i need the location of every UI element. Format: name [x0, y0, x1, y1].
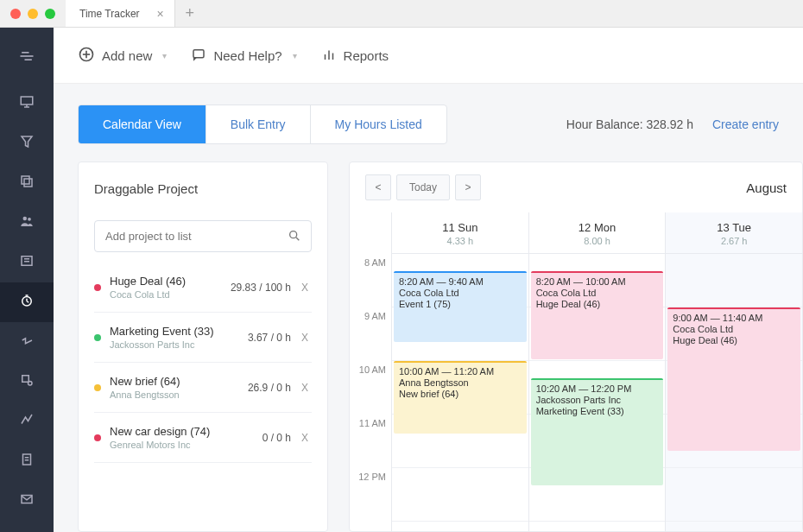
create-entry-link[interactable]: Create entry: [712, 117, 779, 131]
sidebar-item-dashboard[interactable]: [0, 84, 54, 124]
project-name: New brief (64): [110, 375, 248, 388]
svg-marker-6: [22, 136, 32, 147]
day-column: 13 Tue2.67 h9:00 AM — 11:40 AMCoca Cola …: [665, 212, 802, 531]
sidebar-item-settings[interactable]: [0, 362, 54, 402]
project-row[interactable]: New brief (64) Anna Bengtsson 26.9 / 0 h…: [94, 363, 312, 413]
search-icon[interactable]: [288, 229, 301, 246]
calendar-event[interactable]: 10:20 AM — 12:20 PMJackosson Parts IncMa…: [531, 378, 664, 485]
calendar-today-button[interactable]: Today: [396, 174, 450, 200]
project-name: Huge Deal (46): [110, 275, 231, 288]
event-time: 8:20 AM — 9:40 AM: [399, 276, 522, 287]
tab-title: Time Tracker: [79, 8, 140, 20]
project-remove-button[interactable]: X: [301, 382, 308, 394]
calendar-panel: < Today > August 8 AM9 AM10 AM11 AM12 PM…: [349, 162, 803, 532]
close-tab-icon[interactable]: ×: [156, 7, 163, 21]
project-remove-button[interactable]: X: [301, 432, 308, 444]
titlebar: Time Tracker × +: [0, 0, 803, 28]
sidebar-item-mail[interactable]: [0, 481, 54, 521]
plus-circle-icon: [78, 46, 95, 66]
time-label: 12 PM: [350, 472, 386, 525]
sidebar-item-time[interactable]: [0, 282, 54, 322]
project-remove-button[interactable]: X: [301, 282, 308, 294]
event-client: Coca Cola Ltd: [536, 288, 659, 298]
svg-point-9: [23, 217, 28, 221]
need-help-button[interactable]: Need Help? ▾: [191, 47, 296, 65]
time-label: 11 AM: [350, 418, 386, 472]
svg-point-10: [28, 218, 31, 221]
calendar-event[interactable]: 8:20 AM — 10:00 AMCoca Cola LtdHuge Deal…: [531, 271, 664, 359]
project-dot-icon: [94, 334, 101, 341]
help-icon: [191, 47, 206, 65]
draggable-project-panel: Draggable Project Huge Deal (46) Coca Co…: [78, 162, 328, 532]
calendar-next-button[interactable]: >: [455, 174, 481, 200]
svg-rect-8: [22, 176, 29, 184]
project-name: Marketing Event (33): [110, 325, 248, 338]
reports-button[interactable]: Reports: [321, 47, 389, 65]
tab-calendar-view[interactable]: Calendar View: [79, 105, 206, 143]
day-title: 11 Sun: [392, 221, 528, 234]
day-column: 12 Mon8.00 h8:20 AM — 10:00 AMCoca Cola …: [528, 212, 666, 531]
calendar-event[interactable]: 10:00 AM — 11:20 AMAnna BengtssonNew bri…: [394, 361, 527, 434]
add-project-input[interactable]: [94, 220, 312, 252]
copy-icon: [19, 174, 35, 193]
day-column: 11 Sun4.33 h8:20 AM — 9:40 AMCoca Cola L…: [391, 212, 528, 531]
event-time: 10:20 AM — 12:20 PM: [536, 383, 659, 394]
day-title: 13 Tue: [666, 221, 802, 234]
tab-bulk-entry[interactable]: Bulk Entry: [206, 105, 311, 143]
sidebar-item-doc[interactable]: [0, 441, 54, 481]
calendar-month-label: August: [746, 180, 787, 195]
calendar-event[interactable]: 8:20 AM — 9:40 AMCoca Cola LtdEvent 1 (7…: [394, 271, 527, 342]
project-dot-icon: [94, 284, 101, 291]
event-client: Coca Cola Ltd: [399, 288, 522, 298]
gear-icon: [19, 372, 35, 391]
svg-rect-18: [22, 376, 29, 383]
project-dot-icon: [94, 434, 101, 441]
sidebar-menu-toggle[interactable]: [0, 28, 54, 84]
hour-balance-label: Hour Balance: 328.92 h: [566, 117, 693, 131]
sidebar-item-stats[interactable]: [0, 402, 54, 441]
window-min-button[interactable]: [28, 9, 38, 19]
project-dot-icon: [94, 384, 101, 391]
day-columns: 11 Sun4.33 h8:20 AM — 9:40 AMCoca Cola L…: [391, 212, 802, 531]
day-hours: 2.67 h: [666, 236, 802, 246]
event-time: 8:20 AM — 10:00 AM: [536, 276, 659, 287]
project-hours: 0 / 0 h: [262, 432, 291, 444]
project-row[interactable]: Huge Deal (46) Coca Cola Ltd 29.83 / 100…: [94, 263, 312, 313]
event-time: 10:00 AM — 11:20 AM: [399, 366, 522, 377]
svg-rect-7: [24, 179, 32, 187]
people-icon: [19, 213, 35, 232]
browser-tab[interactable]: Time Tracker ×: [66, 0, 175, 27]
project-subtitle: Jackosson Parts Inc: [110, 339, 248, 350]
reports-label: Reports: [344, 48, 389, 63]
add-new-button[interactable]: Add new ▾: [78, 46, 167, 66]
sidebar-item-hand[interactable]: [0, 322, 54, 362]
time-axis: 8 AM9 AM10 AM11 AM12 PM: [350, 212, 391, 531]
window-max-button[interactable]: [45, 9, 55, 19]
tab-my-hours[interactable]: My Hours Listed: [311, 105, 446, 143]
project-hours: 26.9 / 0 h: [248, 382, 291, 394]
sidebar-item-copy[interactable]: [0, 163, 54, 203]
time-label: 9 AM: [350, 311, 386, 364]
chevron-down-icon: ▾: [293, 51, 297, 60]
event-client: Coca Cola Ltd: [673, 324, 795, 334]
event-client: Jackosson Parts Inc: [536, 395, 659, 405]
day-body[interactable]: 8:20 AM — 10:00 AMCoca Cola LtdHuge Deal…: [529, 254, 666, 522]
project-row[interactable]: Marketing Event (33) Jackosson Parts Inc…: [94, 313, 312, 363]
project-name: New car design (74): [110, 425, 262, 438]
window-close-button[interactable]: [10, 9, 21, 19]
day-body[interactable]: 8:20 AM — 9:40 AMCoca Cola LtdEvent 1 (7…: [392, 254, 528, 522]
sidebar-item-news[interactable]: [0, 243, 54, 282]
project-remove-button[interactable]: X: [301, 332, 308, 344]
calendar-event[interactable]: 9:00 AM — 11:40 AMCoca Cola LtdHuge Deal…: [667, 307, 800, 451]
sidebar-item-people[interactable]: [0, 203, 54, 243]
add-tab-button[interactable]: +: [175, 4, 205, 22]
sidebar-item-filter[interactable]: [0, 124, 54, 163]
mail-icon: [19, 491, 35, 510]
svg-rect-27: [193, 49, 204, 57]
project-row[interactable]: New car design (74) Genreal Motors Inc 0…: [94, 413, 312, 463]
event-title: New brief (64): [399, 389, 522, 399]
svg-line-32: [296, 238, 299, 240]
calendar-prev-button[interactable]: <: [365, 174, 391, 200]
day-body[interactable]: 9:00 AM — 11:40 AMCoca Cola LtdHuge Deal…: [666, 254, 802, 522]
svg-point-31: [290, 231, 297, 238]
